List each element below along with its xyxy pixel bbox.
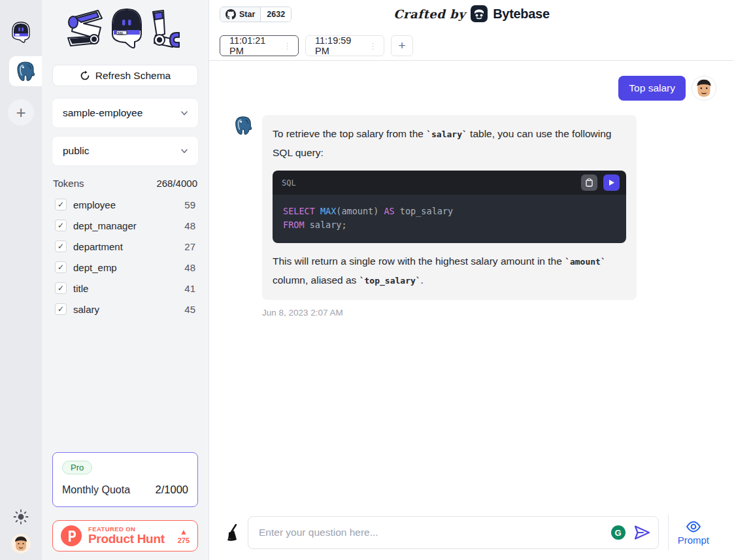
send-icon[interactable] — [633, 524, 650, 541]
database-select-value: sample-employee — [63, 107, 142, 119]
sun-icon[interactable] — [13, 509, 29, 525]
prompt-button[interactable]: Prompt — [668, 515, 709, 550]
chevron-down-icon — [180, 108, 189, 118]
question-input[interactable] — [259, 527, 611, 538]
table-checkbox[interactable]: ✓ — [55, 199, 67, 210]
tab-conversation-1[interactable]: 11:01:21 PM ⋮ — [220, 35, 299, 56]
quota-label: Monthly Quota — [62, 484, 130, 496]
user-avatar[interactable] — [11, 534, 31, 553]
quota-row: Monthly Quota 2/1000 — [62, 484, 188, 496]
clipboard-icon — [585, 178, 593, 187]
upvote-count: 275 — [178, 537, 190, 544]
conversation-tabs: 11:01:21 PM ⋮ 11:19:59 PM ⋮ + — [220, 35, 724, 56]
chevron-down-icon — [180, 146, 189, 156]
text-segment: This will return a single row with the h… — [273, 255, 565, 267]
table-row: ✓dept_manager48 — [52, 215, 198, 236]
product-hunt-icon — [61, 525, 82, 546]
refresh-schema-label: Refresh Schema — [95, 70, 171, 82]
table-checkbox[interactable]: ✓ — [55, 220, 67, 231]
composer: G Prompt — [209, 516, 734, 560]
bytebase-icon[interactable] — [471, 5, 488, 22]
table-name: title — [73, 283, 88, 294]
svg-text:SQL: SQL — [117, 31, 124, 35]
table-row: ✓employee59 — [52, 194, 198, 215]
table-checkbox[interactable]: ✓ — [55, 282, 67, 294]
assistant-intro-text: To retrieve the top salary from the `sal… — [273, 125, 626, 162]
connection-rail: + — [0, 0, 42, 560]
text-segment: . — [421, 274, 424, 286]
product-hunt-votes: ▲ 275 — [174, 528, 190, 544]
upvote-icon: ▲ — [178, 528, 190, 536]
add-connection-button[interactable]: + — [8, 99, 34, 125]
new-conversation-button[interactable]: + — [391, 35, 413, 56]
pro-badge: Pro — [62, 461, 92, 474]
postgresql-icon — [14, 60, 37, 82]
code-line: SELECT MAX(amount) AS top_salary — [283, 205, 616, 218]
product-hunt-name: Product Hunt — [88, 533, 165, 546]
bytebase-wordmark[interactable]: Bytebase — [493, 7, 550, 22]
product-hunt-badge[interactable]: FEATURED ON Product Hunt ▲ 275 — [52, 520, 198, 552]
code-token: top_salary — [395, 206, 453, 216]
rail-bottom — [11, 509, 31, 553]
table-checkbox[interactable]: ✓ — [55, 261, 67, 273]
table-name: salary — [73, 304, 99, 315]
sqlchat-bot-icon[interactable] — [8, 20, 33, 44]
table-token-count: 48 — [184, 220, 198, 231]
schema-select[interactable]: public — [52, 137, 198, 165]
table-row: ✓title41 — [52, 278, 198, 299]
refresh-schema-button[interactable]: Refresh Schema — [52, 65, 198, 86]
github-star-widget[interactable]: Star 2632 — [220, 7, 292, 22]
schema-select-value: public — [63, 145, 90, 157]
github-star-count[interactable]: 2632 — [261, 7, 291, 22]
connection-item-postgresql[interactable] — [9, 56, 42, 86]
database-select[interactable]: sample-employee — [52, 99, 198, 127]
table-checkbox[interactable]: ✓ — [55, 303, 67, 315]
tab-label: 11:01:21 PM — [229, 35, 282, 56]
tab-menu-icon[interactable]: ⋮ — [367, 41, 378, 51]
crafted-by-label: Crafted by — [393, 7, 465, 21]
table-token-count: 48 — [184, 262, 198, 273]
tokens-value: 268/4000 — [156, 178, 197, 189]
eye-icon — [686, 520, 701, 533]
code-token: MAX — [320, 206, 336, 216]
table-row: ✓department27 — [52, 236, 198, 257]
code-token: (amount) — [336, 206, 384, 216]
tokens-label: Tokens — [53, 178, 84, 189]
table-row: ✓salary45 — [52, 299, 198, 320]
code-language-label: SQL — [282, 174, 296, 192]
grammarly-icon[interactable]: G — [611, 525, 626, 540]
table-token-count: 45 — [184, 304, 198, 315]
tab-menu-icon[interactable]: ⋮ — [282, 41, 293, 51]
table-token-count: 27 — [184, 241, 198, 252]
postgresql-avatar-icon — [233, 115, 254, 136]
clear-conversation-icon[interactable] — [225, 523, 242, 542]
code-line: FROM salary; — [283, 218, 616, 232]
message-list: Top salary To retrieve the top salary — [209, 61, 734, 560]
message-timestamp: Jun 8, 2023 2:07 AM — [262, 308, 716, 318]
sqlchat-logo: SQL — [61, 5, 190, 59]
user-message-avatar — [692, 76, 716, 101]
github-star-button[interactable]: Star — [220, 7, 261, 22]
copy-code-button[interactable] — [581, 174, 597, 191]
code-token: salary; — [305, 220, 347, 230]
main-header: Star 2632 Crafted by Bytebase 11:01:21 P… — [209, 0, 734, 61]
table-token-count: 59 — [184, 199, 198, 210]
product-hunt-text: FEATURED ON Product Hunt — [88, 526, 165, 546]
table-name: dept_emp — [73, 262, 117, 273]
user-message-bubble: Top salary — [618, 76, 686, 101]
chat-main: Star 2632 Crafted by Bytebase 11:01:21 P… — [209, 0, 734, 560]
inline-code: `amount` — [565, 257, 606, 267]
table-checkbox[interactable]: ✓ — [55, 240, 67, 252]
code-body: SELECT MAX(amount) AS top_salaryFROM sal… — [273, 195, 626, 243]
tab-conversation-2[interactable]: 11:19:59 PM ⋮ — [305, 35, 384, 56]
assistant-message-bubble: To retrieve the top salary from the `sal… — [262, 115, 637, 300]
quota-value: 2/1000 — [156, 484, 188, 496]
github-star-label: Star — [239, 10, 255, 19]
code-token — [315, 206, 320, 216]
run-query-button[interactable] — [603, 174, 620, 191]
code-block-header: SQL — [273, 171, 626, 195]
github-icon — [225, 9, 236, 20]
play-icon — [608, 179, 615, 186]
refresh-icon — [80, 71, 90, 81]
table-name: dept_manager — [73, 220, 137, 231]
